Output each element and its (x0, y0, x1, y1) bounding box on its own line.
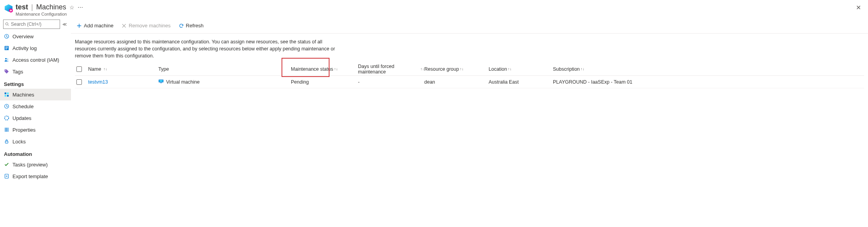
iam-icon (4, 57, 9, 63)
column-header-status[interactable]: Maintenance status↑↓ (291, 66, 358, 72)
sidebar: ≪ Overview Activity log Access control (… (0, 18, 71, 227)
tags-icon (4, 69, 9, 74)
cell-status: Pending (291, 79, 309, 85)
description-text: Manage resources assigned to this mainte… (71, 34, 344, 63)
svg-rect-7 (5, 49, 7, 49)
cell-location: Australia East (489, 79, 519, 85)
sidebar-item-properties[interactable]: Properties (0, 124, 71, 136)
column-header-subscription[interactable]: Subscription↑↓ (553, 66, 864, 72)
nav-label: Activity log (12, 45, 37, 51)
sidebar-item-iam[interactable]: Access control (IAM) (0, 54, 71, 66)
nav-group-settings: Settings (0, 77, 71, 89)
nav-label: Updates (12, 115, 31, 121)
sort-icon: ↑↓ (460, 67, 464, 71)
svg-rect-13 (5, 95, 6, 97)
search-input[interactable] (9, 21, 58, 27)
svg-rect-6 (5, 48, 8, 48)
column-header-type[interactable]: Type (158, 66, 291, 72)
activity-log-icon (4, 45, 9, 51)
resource-type-label: Maintenance Configuration (16, 12, 83, 16)
cell-subscription: PLAYGROUND - IaaSExp - Team 01 (553, 79, 632, 85)
svg-rect-20 (5, 141, 8, 143)
sidebar-item-overview[interactable]: Overview (0, 30, 71, 42)
svg-rect-19 (8, 128, 9, 132)
sort-icon: ↑↓ (581, 67, 585, 71)
nav-label: Properties (12, 127, 35, 133)
sort-icon: ↑↓ (420, 67, 424, 71)
machines-icon (4, 92, 9, 97)
collapse-sidebar-icon[interactable]: ≪ (62, 22, 68, 27)
sort-icon: ↑↓ (508, 67, 512, 71)
x-icon (121, 23, 127, 29)
plus-icon (76, 23, 82, 29)
pin-icon[interactable]: ☆ (69, 4, 74, 11)
blade-title: Machines (36, 3, 66, 11)
btn-label: Remove machines (129, 23, 171, 29)
nav-label: Tasks (preview) (12, 162, 48, 168)
svg-rect-17 (5, 128, 6, 132)
remove-machines-button: Remove machines (119, 20, 173, 32)
select-all-checkbox[interactable] (76, 66, 82, 72)
svg-rect-23 (159, 80, 163, 82)
blade-header: test | Machines ☆ ⋯ Maintenance Configur… (0, 0, 868, 18)
updates-icon (4, 115, 9, 121)
nav-label: Locks (12, 139, 26, 145)
table-header: Name↑↓ Type Maintenance status↑↓ Days un… (75, 63, 864, 76)
sidebar-search[interactable] (3, 20, 60, 29)
export-icon (4, 173, 9, 179)
refresh-button[interactable]: Refresh (176, 20, 206, 32)
command-bar: Add machine Remove machines Refresh (71, 18, 868, 34)
svg-point-1 (5, 23, 8, 25)
table-row[interactable]: testvm13 Virtual machine Pending - dean … (75, 76, 864, 88)
nav-label: Export template (12, 173, 48, 179)
svg-rect-5 (5, 47, 8, 47)
nav-label: Overview (12, 34, 34, 39)
svg-point-16 (5, 116, 9, 120)
column-header-rg[interactable]: Resource group↑↓ (424, 66, 489, 72)
resource-link[interactable]: testvm13 (88, 79, 108, 85)
sidebar-item-tags[interactable]: Tags (0, 66, 71, 77)
row-checkbox[interactable] (76, 79, 82, 85)
more-icon[interactable]: ⋯ (78, 4, 83, 11)
sidebar-item-activity-log[interactable]: Activity log (0, 42, 71, 54)
column-header-location[interactable]: Location↑↓ (489, 66, 553, 72)
vm-icon (158, 79, 164, 85)
sidebar-item-export-template[interactable]: Export template (0, 170, 71, 182)
refresh-icon (179, 23, 184, 29)
overview-icon (4, 34, 9, 39)
sort-icon: ↑↓ (103, 67, 107, 71)
cell-rg: dean (424, 79, 435, 85)
svg-point-10 (5, 70, 6, 71)
svg-rect-12 (7, 93, 9, 94)
machines-table: Name↑↓ Type Maintenance status↑↓ Days un… (71, 63, 868, 88)
svg-line-2 (8, 25, 9, 26)
cell-days: - (358, 79, 360, 85)
nav-label: Tags (12, 69, 23, 75)
svg-point-9 (7, 59, 8, 60)
search-icon (5, 22, 9, 27)
nav-label: Schedule (12, 104, 34, 109)
sidebar-item-updates[interactable]: Updates (0, 112, 71, 124)
svg-rect-11 (5, 93, 6, 94)
lock-icon (4, 139, 9, 144)
add-machine-button[interactable]: Add machine (74, 20, 116, 32)
close-icon[interactable]: ✕ (856, 4, 861, 11)
svg-point-8 (5, 58, 7, 59)
schedule-icon (4, 104, 9, 109)
column-header-name[interactable]: Name↑↓ (88, 66, 158, 72)
svg-rect-18 (6, 128, 7, 132)
resource-icon (4, 4, 13, 13)
nav-group-automation: Automation (0, 147, 71, 159)
title-separator: | (31, 3, 33, 11)
svg-rect-14 (7, 95, 9, 97)
sidebar-item-machines[interactable]: Machines (0, 89, 71, 100)
sidebar-item-tasks[interactable]: Tasks (preview) (0, 159, 71, 170)
tasks-icon (4, 162, 9, 167)
sidebar-item-schedule[interactable]: Schedule (0, 100, 71, 112)
btn-label: Add machine (84, 23, 113, 29)
resource-name: test (16, 3, 28, 11)
sort-icon: ↑↓ (334, 67, 338, 71)
main-content: Add machine Remove machines Refresh Mana… (71, 18, 868, 227)
column-header-days[interactable]: Days until forced maintenance↑↓ (358, 64, 424, 75)
sidebar-item-locks[interactable]: Locks (0, 136, 71, 147)
